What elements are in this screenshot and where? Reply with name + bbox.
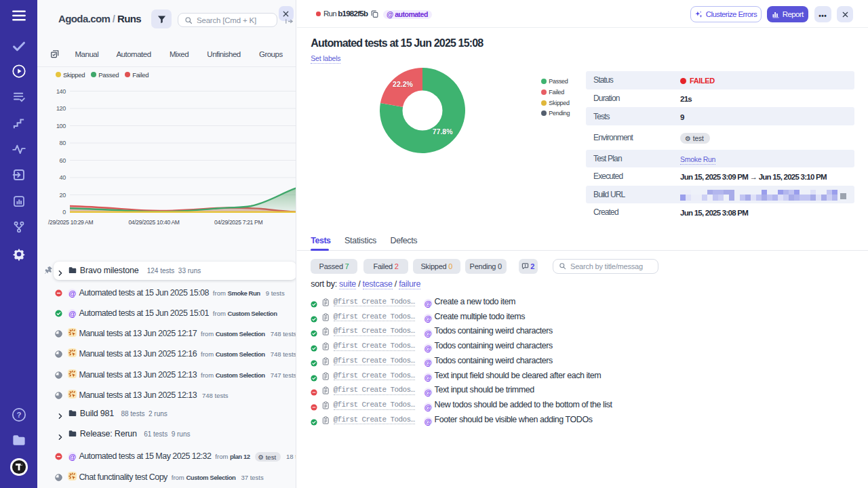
svg-text:120: 120 bbox=[56, 105, 66, 112]
svg-text:77.8%: 77.8% bbox=[433, 127, 453, 136]
svg-text:?: ? bbox=[16, 411, 21, 419]
svg-text:0: 0 bbox=[62, 209, 66, 216]
svg-text:100: 100 bbox=[56, 123, 66, 129]
svg-text:80: 80 bbox=[60, 140, 66, 146]
svg-text:40: 40 bbox=[60, 174, 66, 181]
svg-text:60: 60 bbox=[60, 157, 66, 164]
svg-text:20: 20 bbox=[60, 192, 66, 199]
svg-text:22.2%: 22.2% bbox=[393, 80, 414, 88]
svg-text:140: 140 bbox=[56, 88, 66, 95]
